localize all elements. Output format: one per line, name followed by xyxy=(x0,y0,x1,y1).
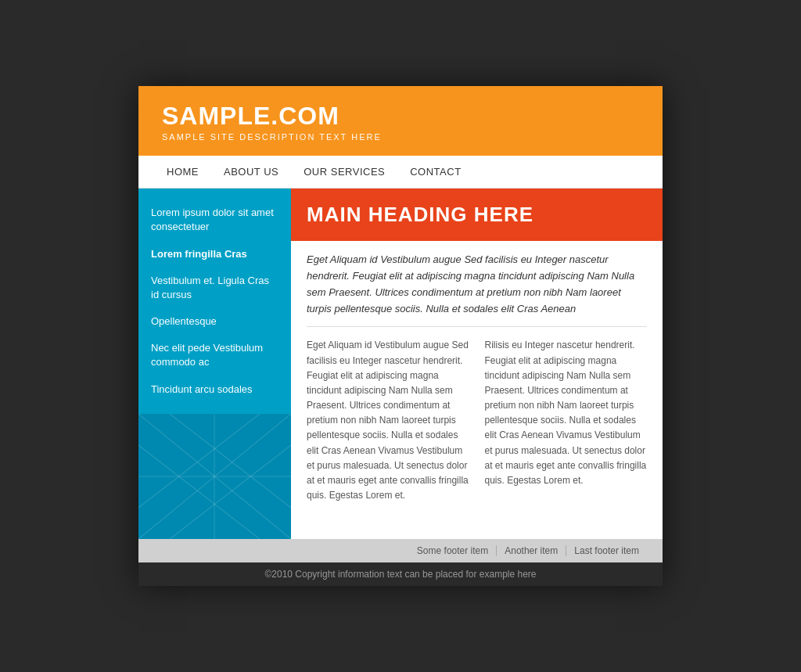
intro-text: Eget Aliquam id Vestibulum augue Sed fac… xyxy=(307,252,647,327)
col2-text: Rilisis eu Integer nascetur hendrerit. F… xyxy=(485,338,648,503)
footer-item-0[interactable]: Some footer item xyxy=(409,545,497,556)
main-heading-bar: MAIN HEADING HERE xyxy=(291,189,663,241)
content-area: Lorem ipsum dolor sit amet consectetuer … xyxy=(138,189,663,539)
left-column: Lorem ipsum dolor sit amet consectetuer … xyxy=(138,189,291,539)
nav-item-home[interactable]: HOME xyxy=(154,156,211,189)
copyright-bar: ©2010 Copyright information text can be … xyxy=(138,562,663,586)
copyright-text: ©2010 Copyright information text can be … xyxy=(264,569,536,580)
main-content: MAIN HEADING HERE Eget Aliquam id Vestib… xyxy=(291,189,663,539)
site-title: SAMPLE.COM xyxy=(162,102,639,131)
sidebar-image xyxy=(138,414,291,539)
footer-bar: Some footer item Another item Last foote… xyxy=(138,539,663,562)
footer-item-1[interactable]: Another item xyxy=(497,545,566,556)
two-col-section: Eget Aliquam id Vestibulum augue Sed fac… xyxy=(307,338,647,503)
sidebar-item-3[interactable]: Opellentesque xyxy=(138,308,291,335)
main-heading: MAIN HEADING HERE xyxy=(307,203,647,227)
nav-item-services[interactable]: OUR SERVICES xyxy=(291,156,397,189)
main-inner: Eget Aliquam id Vestibulum augue Sed fac… xyxy=(291,252,663,516)
sidebar: Lorem ipsum dolor sit amet consectetuer … xyxy=(138,189,291,414)
nav-item-contact[interactable]: CONTACT xyxy=(397,156,473,189)
sidebar-item-2[interactable]: Vestibulum et. Ligula Cras id cursus xyxy=(138,268,291,308)
main-nav: HOME ABOUT US OUR SERVICES CONTACT xyxy=(138,156,663,189)
sidebar-item-0[interactable]: Lorem ipsum dolor sit amet consectetuer xyxy=(138,199,291,240)
nav-item-about[interactable]: ABOUT US xyxy=(211,156,291,189)
site-header: SAMPLE.COM SAMPLE SITE DESCRIPTION TEXT … xyxy=(138,86,663,156)
sidebar-item-1[interactable]: Lorem fringilla Cras xyxy=(138,241,291,268)
sidebar-item-4[interactable]: Nec elit pede Vestibulum commodo ac xyxy=(138,335,291,376)
col1-text: Eget Aliquam id Vestibulum augue Sed fac… xyxy=(307,338,469,503)
footer-item-2[interactable]: Last footer item xyxy=(566,545,647,556)
site-description: SAMPLE SITE DESCRIPTION TEXT HERE xyxy=(162,132,639,142)
sidebar-item-5[interactable]: Tincidunt arcu sodales xyxy=(138,376,291,403)
